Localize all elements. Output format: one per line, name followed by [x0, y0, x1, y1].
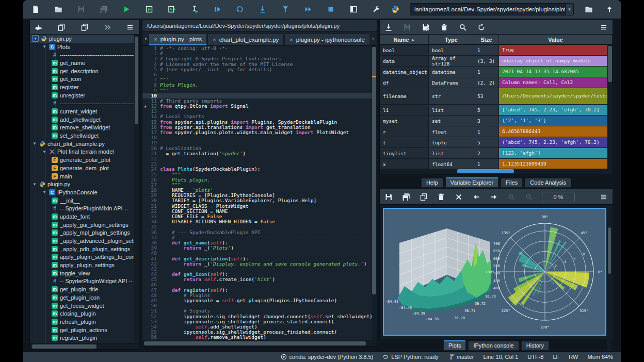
combo-dropdown-icon[interactable]: ▾	[565, 4, 573, 15]
plots-vertical-scrollbar[interactable]	[607, 223, 611, 352]
code-line-49[interactable]: 49 ipyconsole = self.get_plugin(Plugins.…	[142, 298, 377, 303]
code-line-6[interactable]: 6	[142, 72, 377, 77]
scrollbar-thumb[interactable]	[608, 227, 611, 274]
save-all-plots-button[interactable]	[401, 192, 411, 202]
outline-item-add-shellwidget[interactable]: madd_shellwidget	[30, 116, 139, 124]
save-all-button[interactable]	[99, 5, 108, 14]
code-line-12[interactable]: ▲12from qtpy.QtCore import Signal	[142, 104, 377, 109]
outline-item-register-plugin[interactable]: mregister_plugin	[30, 334, 139, 342]
status-git-branch[interactable]: master	[448, 354, 474, 360]
variable-row-x[interactable]: xfloat6411.1235123099439	[380, 159, 613, 170]
outline-vertical-scrollbar[interactable]	[134, 35, 139, 343]
close-tab-icon[interactable]: ×	[289, 37, 293, 43]
code-editor[interactable]: 1# -*- coding: utf-8 -*-2#3# Copyright ©…	[142, 46, 377, 341]
options-menu-button[interactable]	[125, 23, 135, 32]
code-line-8[interactable]: 8Plots Plugin.	[142, 83, 377, 88]
code-line-18[interactable]: 18	[142, 135, 377, 140]
outline-item-get-description[interactable]: mget_description	[30, 67, 139, 75]
variable-row-t[interactable]: ttuple5('abcd', 745, 2.23, 'efgh', 70.2)	[380, 137, 613, 148]
code-line-39[interactable]: 39 return _('Plots')	[142, 245, 377, 251]
open-working-directory-button[interactable]	[584, 5, 593, 14]
run-file-button[interactable]	[122, 5, 131, 14]
working-directory-combo[interactable]: ianitagomez/Local/Dev-Spyder/spyder/spyd…	[410, 3, 574, 15]
next-plot-button[interactable]	[489, 192, 498, 202]
expand-section-button[interactable]	[80, 23, 89, 32]
go-to-cursor-position-button[interactable]	[34, 23, 43, 32]
code-line-56[interactable]: 56 self.remove_shellwidget)	[142, 335, 377, 340]
run-selection-button[interactable]	[190, 5, 199, 14]
zoom-out-button[interactable]	[524, 192, 534, 202]
expander-icon[interactable]: ▼	[32, 35, 39, 42]
remove-variable-button[interactable]	[440, 23, 449, 32]
outline-horizontal-scrollbar[interactable]	[30, 343, 139, 349]
outline-item-get-name[interactable]: mget_name	[30, 59, 139, 67]
save-data-as-button[interactable]	[421, 23, 430, 32]
editor-tab-chart-plot-example-py[interactable]: ×chart_plot_example.py	[207, 34, 284, 45]
outline-item-plot-final-terrain-model[interactable]: ▼Plot final terrain model	[30, 148, 139, 156]
scrollbar-thumb[interactable]	[372, 47, 376, 294]
pane-code-analysis-tab[interactable]: Code Analysis	[525, 178, 571, 188]
outline-item-remove-shellwidget[interactable]: mremove_shellwidget	[30, 124, 139, 132]
outline-item-get-plugin-icon[interactable]: mget_plugin_icon	[30, 293, 139, 302]
status-conda-env[interactable]: conda: spyder-dev (Python 3.8.5)	[281, 354, 374, 360]
outline-item-apply-pdb-plugin-settings[interactable]: m_apply_pdb_plugin_settings	[30, 245, 139, 253]
outline-item-apply-advanced-plugin-settings[interactable]: m_apply_advanced_plugin_settings	[30, 237, 139, 245]
figure-thumbnail-selected[interactable]: 700650600550500450400-84.41-84.40-84.39-…	[383, 208, 606, 336]
expander-icon[interactable]: ▼	[42, 190, 47, 194]
copy-plot-button[interactable]	[419, 192, 428, 202]
outline-item-get-plugin-title[interactable]: mget_plugin_title	[30, 285, 139, 293]
editor-horizontal-scrollbar[interactable]	[142, 340, 377, 346]
variable-row-df[interactable]: dfDataFrame(2, 2)Column names: Col1, Col…	[380, 77, 613, 88]
outline-item-current-widget[interactable]: mcurrent_widget	[30, 107, 139, 116]
pane-ipython-console-tab[interactable]: IPython console	[468, 341, 519, 351]
more-actions-button[interactable]	[103, 23, 112, 32]
save-file-button[interactable]	[76, 5, 86, 14]
variable-row-li[interactable]: lilist5['abcd', 745, 2.23, 'efgh', 70.2]	[380, 105, 613, 116]
pane-variable-explorer-tab[interactable]: Variable Explorer	[445, 177, 499, 188]
scrollbar-thumb[interactable]	[32, 344, 96, 349]
search-variable-button[interactable]	[458, 23, 468, 32]
outline-item-plots[interactable]: ▼CPlots	[30, 43, 139, 51]
code-line-21[interactable]: 21_ = get_translation('spyder')	[142, 151, 377, 156]
editor-vertical-scrollbar[interactable]	[372, 46, 377, 341]
remove-plot-button[interactable]	[437, 192, 446, 202]
code-line-1[interactable]: 1# -*- coding: utf-8 -*-	[142, 46, 377, 51]
variable-row-datetime-object[interactable]: datetime_objectdatetime12021-04-14 17:35…	[380, 67, 613, 77]
pane-history-tab[interactable]: History	[521, 341, 549, 351]
new-file-button[interactable]	[31, 5, 40, 14]
run-cell-button[interactable]	[144, 5, 154, 14]
expander-icon[interactable]: ▼	[42, 150, 47, 154]
go-to-parent-directory-button[interactable]	[605, 5, 614, 14]
pane-help-tab[interactable]: Help	[421, 178, 443, 188]
outline-item-get-plugin-actions[interactable]: mget_plugin_actions	[30, 326, 139, 334]
browse-tabs-button[interactable]	[145, 33, 147, 44]
variable-row-r[interactable]: rfloat16.46567886443	[380, 126, 613, 137]
outline-item-refresh-plugin[interactable]: mrefresh_plugin	[30, 318, 139, 326]
maximize-pane-button[interactable]	[349, 5, 358, 14]
run-current-line-button[interactable]	[235, 5, 245, 14]
remove-all-plots-button[interactable]	[454, 192, 463, 202]
outline-item-apply-gui-plugin-settings[interactable]: m_apply_gui_plugin_settings	[30, 221, 139, 229]
close-tab-icon[interactable]: ×	[154, 36, 157, 42]
outline-item-main[interactable]: Fmain	[30, 172, 139, 180]
outline-item-apply-plugin-settings[interactable]: mapply_plugin_settings	[30, 261, 139, 269]
outline-item-generate-polar-plot[interactable]: Fgenerate_polar_plot	[30, 156, 139, 164]
outline-item-spyderpluginmixin-api[interactable]: #-- SpyderPluginMixin API --	[30, 204, 139, 212]
variable-row-filename[interactable]: filenamestr53/Users/Documents/spyder/spy…	[380, 88, 613, 105]
code-line-17[interactable]: 17from spyder.plugins.plots.widgets.main…	[142, 130, 377, 135]
editor-tab-plugin-py-ipythonconsole[interactable]: ×plugin.py - ipythonconsole	[284, 34, 369, 45]
column-header-value[interactable]: Value	[499, 35, 613, 44]
expander-icon[interactable]: ▼	[32, 182, 37, 187]
code-line-45[interactable]: 45 return self.create_icon('hist')	[142, 277, 377, 282]
code-line-42[interactable]: 42 return _('Display, explore and save c…	[142, 261, 377, 267]
outline-item-register[interactable]: mregister	[30, 83, 139, 91]
close-tab-icon[interactable]: ×	[213, 37, 216, 43]
previous-plot-button[interactable]	[472, 192, 481, 202]
stop-debugging-button[interactable]	[326, 5, 335, 14]
outline-item-apply-mpl-plugin-settings[interactable]: m_apply_mpl_plugin_settings	[30, 229, 139, 237]
import-data-button[interactable]	[384, 23, 393, 32]
code-line-9[interactable]: 9"""	[142, 88, 377, 93]
column-header-name[interactable]: Name▲	[380, 35, 429, 44]
run-cell-advance-button[interactable]	[167, 5, 176, 14]
outline-item-get-focus-widget[interactable]: mget_focus_widget	[30, 302, 139, 310]
